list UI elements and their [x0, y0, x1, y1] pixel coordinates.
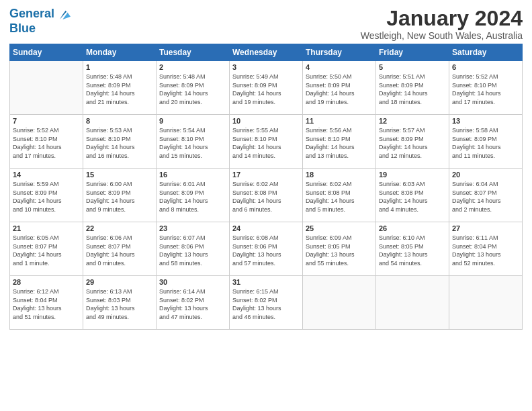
day-info: Sunrise: 6:14 AM Sunset: 8:02 PM Dayligh… — [159, 287, 226, 321]
calendar-cell — [10, 61, 83, 115]
day-number: 31 — [232, 278, 300, 286]
day-info: Sunrise: 6:10 AM Sunset: 8:05 PM Dayligh… — [379, 234, 446, 267]
calendar-cell: 13Sunrise: 5:58 AM Sunset: 8:09 PM Dayli… — [449, 115, 523, 169]
day-info: Sunrise: 6:08 AM Sunset: 8:06 PM Dayligh… — [232, 234, 300, 267]
weekday-header-row: SundayMondayTuesdayWednesdayThursdayFrid… — [10, 44, 523, 61]
day-info: Sunrise: 5:58 AM Sunset: 8:09 PM Dayligh… — [452, 126, 519, 160]
calendar-cell: 14Sunrise: 5:59 AM Sunset: 8:09 PM Dayli… — [10, 169, 83, 222]
day-info: Sunrise: 5:48 AM Sunset: 8:09 PM Dayligh… — [159, 73, 226, 106]
calendar-cell: 28Sunrise: 6:12 AM Sunset: 8:04 PM Dayli… — [10, 276, 83, 330]
day-number: 26 — [379, 224, 446, 232]
calendar-cell: 1Sunrise: 5:48 AM Sunset: 8:09 PM Daylig… — [83, 61, 157, 115]
calendar-cell: 31Sunrise: 6:15 AM Sunset: 8:02 PM Dayli… — [230, 276, 303, 330]
day-info: Sunrise: 5:59 AM Sunset: 8:09 PM Dayligh… — [13, 180, 80, 214]
calendar-cell: 29Sunrise: 6:13 AM Sunset: 8:03 PM Dayli… — [83, 276, 157, 330]
calendar-week-4: 21Sunrise: 6:05 AM Sunset: 8:07 PM Dayli… — [10, 222, 523, 276]
calendar-week-1: 1Sunrise: 5:48 AM Sunset: 8:09 PM Daylig… — [10, 61, 523, 115]
day-number: 4 — [306, 63, 373, 71]
calendar-cell: 30Sunrise: 6:14 AM Sunset: 8:02 PM Dayli… — [157, 276, 230, 330]
day-number: 5 — [379, 63, 446, 71]
calendar-cell: 8Sunrise: 5:53 AM Sunset: 8:10 PM Daylig… — [83, 115, 157, 169]
day-number: 12 — [379, 117, 446, 125]
calendar-cell: 3Sunrise: 5:49 AM Sunset: 8:09 PM Daylig… — [230, 61, 303, 115]
day-number: 19 — [379, 171, 446, 179]
day-info: Sunrise: 6:02 AM Sunset: 8:08 PM Dayligh… — [232, 180, 300, 214]
day-number: 14 — [13, 171, 80, 179]
calendar-cell: 24Sunrise: 6:08 AM Sunset: 8:06 PM Dayli… — [230, 222, 303, 276]
day-info: Sunrise: 6:09 AM Sunset: 8:05 PM Dayligh… — [306, 234, 373, 267]
day-number: 15 — [86, 171, 153, 179]
day-info: Sunrise: 6:12 AM Sunset: 8:04 PM Dayligh… — [13, 287, 80, 321]
logo-blue: Blue — [9, 21, 71, 36]
weekday-header-friday: Friday — [376, 44, 449, 61]
day-info: Sunrise: 6:03 AM Sunset: 8:08 PM Dayligh… — [379, 180, 446, 214]
weekday-header-thursday: Thursday — [303, 44, 376, 61]
day-number: 27 — [452, 224, 519, 232]
calendar-cell: 7Sunrise: 5:52 AM Sunset: 8:10 PM Daylig… — [10, 115, 83, 169]
day-info: Sunrise: 6:15 AM Sunset: 8:02 PM Dayligh… — [232, 287, 300, 321]
calendar-cell: 10Sunrise: 5:55 AM Sunset: 8:10 PM Dayli… — [230, 115, 303, 169]
day-info: Sunrise: 5:54 AM Sunset: 8:10 PM Dayligh… — [159, 126, 226, 160]
title-block: January 2024 Westleigh, New South Wales,… — [361, 7, 523, 41]
day-number: 17 — [232, 171, 300, 179]
calendar-cell: 19Sunrise: 6:03 AM Sunset: 8:08 PM Dayli… — [376, 169, 449, 222]
day-info: Sunrise: 6:02 AM Sunset: 8:08 PM Dayligh… — [306, 180, 373, 214]
day-number: 21 — [13, 224, 80, 232]
page-container: General Blue January 2024 Westleigh, New… — [0, 0, 532, 334]
weekday-header-saturday: Saturday — [449, 44, 523, 61]
day-info: Sunrise: 5:49 AM Sunset: 8:09 PM Dayligh… — [232, 73, 300, 106]
calendar-cell: 23Sunrise: 6:07 AM Sunset: 8:06 PM Dayli… — [157, 222, 230, 276]
day-number: 16 — [159, 171, 226, 179]
weekday-header-wednesday: Wednesday — [230, 44, 303, 61]
calendar-cell: 2Sunrise: 5:48 AM Sunset: 8:09 PM Daylig… — [157, 61, 230, 115]
day-info: Sunrise: 6:04 AM Sunset: 8:07 PM Dayligh… — [452, 180, 519, 214]
day-number: 11 — [306, 117, 373, 125]
day-number: 13 — [452, 117, 519, 125]
day-number: 29 — [86, 278, 153, 286]
calendar-cell: 18Sunrise: 6:02 AM Sunset: 8:08 PM Dayli… — [303, 169, 376, 222]
calendar-week-3: 14Sunrise: 5:59 AM Sunset: 8:09 PM Dayli… — [10, 169, 523, 222]
day-info: Sunrise: 5:57 AM Sunset: 8:09 PM Dayligh… — [379, 126, 446, 160]
calendar-week-5: 28Sunrise: 6:12 AM Sunset: 8:04 PM Dayli… — [10, 276, 523, 330]
day-info: Sunrise: 5:48 AM Sunset: 8:09 PM Dayligh… — [86, 73, 153, 106]
calendar-cell: 17Sunrise: 6:02 AM Sunset: 8:08 PM Dayli… — [230, 169, 303, 222]
day-number: 8 — [86, 117, 153, 125]
day-info: Sunrise: 6:11 AM Sunset: 8:04 PM Dayligh… — [452, 234, 519, 267]
day-info: Sunrise: 5:56 AM Sunset: 8:10 PM Dayligh… — [306, 126, 373, 160]
day-number: 20 — [452, 171, 519, 179]
day-info: Sunrise: 6:01 AM Sunset: 8:09 PM Dayligh… — [159, 180, 226, 214]
calendar-cell — [449, 276, 523, 330]
day-number: 24 — [232, 224, 300, 232]
day-number: 18 — [306, 171, 373, 179]
day-number: 30 — [159, 278, 226, 286]
day-info: Sunrise: 6:13 AM Sunset: 8:03 PM Dayligh… — [86, 287, 153, 321]
calendar-cell: 16Sunrise: 6:01 AM Sunset: 8:09 PM Dayli… — [157, 169, 230, 222]
day-number: 6 — [452, 63, 519, 71]
calendar-cell: 4Sunrise: 5:50 AM Sunset: 8:09 PM Daylig… — [303, 61, 376, 115]
day-number: 7 — [13, 117, 80, 125]
weekday-header-sunday: Sunday — [10, 44, 83, 61]
day-number: 23 — [159, 224, 226, 232]
calendar-cell: 26Sunrise: 6:10 AM Sunset: 8:05 PM Dayli… — [376, 222, 449, 276]
day-number: 25 — [306, 224, 373, 232]
calendar-cell: 9Sunrise: 5:54 AM Sunset: 8:10 PM Daylig… — [157, 115, 230, 169]
calendar-cell: 11Sunrise: 5:56 AM Sunset: 8:10 PM Dayli… — [303, 115, 376, 169]
day-info: Sunrise: 5:51 AM Sunset: 8:09 PM Dayligh… — [379, 73, 446, 106]
day-info: Sunrise: 6:00 AM Sunset: 8:09 PM Dayligh… — [86, 180, 153, 214]
calendar-cell: 22Sunrise: 6:06 AM Sunset: 8:07 PM Dayli… — [83, 222, 157, 276]
calendar-cell: 5Sunrise: 5:51 AM Sunset: 8:09 PM Daylig… — [376, 61, 449, 115]
calendar-cell: 25Sunrise: 6:09 AM Sunset: 8:05 PM Dayli… — [303, 222, 376, 276]
calendar-week-2: 7Sunrise: 5:52 AM Sunset: 8:10 PM Daylig… — [10, 115, 523, 169]
calendar-cell — [303, 276, 376, 330]
calendar-table: SundayMondayTuesdayWednesdayThursdayFrid… — [9, 44, 523, 330]
day-info: Sunrise: 5:50 AM Sunset: 8:09 PM Dayligh… — [306, 73, 373, 106]
day-number: 22 — [86, 224, 153, 232]
weekday-header-tuesday: Tuesday — [157, 44, 230, 61]
day-info: Sunrise: 5:52 AM Sunset: 8:10 PM Dayligh… — [452, 73, 519, 106]
header: General Blue January 2024 Westleigh, New… — [9, 7, 523, 41]
calendar-cell: 27Sunrise: 6:11 AM Sunset: 8:04 PM Dayli… — [449, 222, 523, 276]
logo: General Blue — [9, 7, 71, 36]
calendar-cell: 15Sunrise: 6:00 AM Sunset: 8:09 PM Dayli… — [83, 169, 157, 222]
calendar-cell: 20Sunrise: 6:04 AM Sunset: 8:07 PM Dayli… — [449, 169, 523, 222]
calendar-cell: 6Sunrise: 5:52 AM Sunset: 8:10 PM Daylig… — [449, 61, 523, 115]
